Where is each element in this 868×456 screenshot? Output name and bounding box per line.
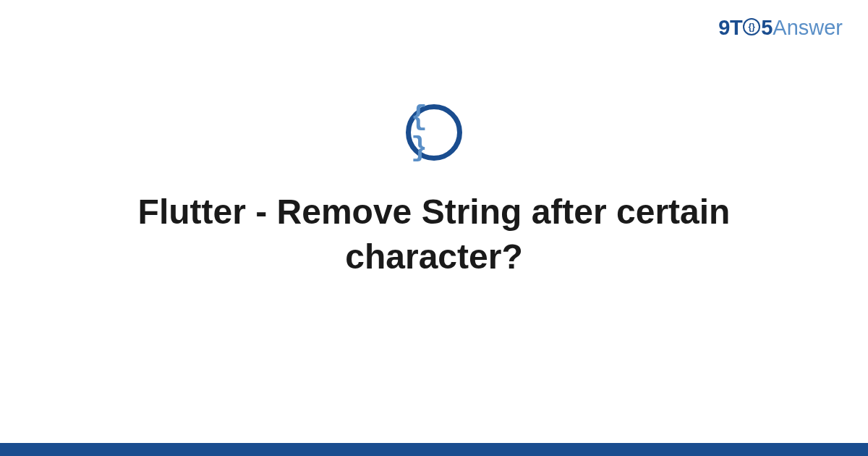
code-braces-icon: { } [411,101,457,164]
category-icon-wrapper: { } [406,104,462,161]
question-title: Flutter - Remove String after certain ch… [109,190,760,280]
footer-accent-bar [0,443,868,456]
main-content: { } Flutter - Remove String after certai… [0,0,868,456]
